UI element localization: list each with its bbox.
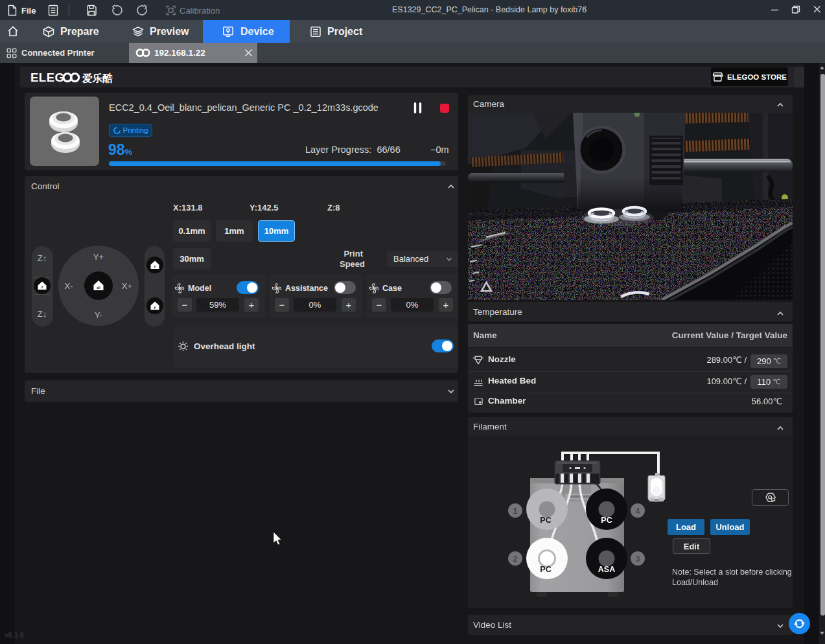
svg-text:1: 1 (513, 507, 518, 516)
svg-text:ELEG: ELEG (30, 71, 64, 84)
svg-text:ASA: ASA (598, 565, 615, 574)
svg-text:PC: PC (601, 516, 612, 525)
svg-text:PC: PC (540, 516, 551, 525)
svg-text:z: z (41, 285, 43, 289)
svg-text:2: 2 (513, 555, 518, 564)
svg-text:all: all (97, 286, 100, 290)
svg-text:File: File (21, 6, 36, 16)
svg-text:PC: PC (540, 565, 551, 574)
svg-text:3: 3 (636, 555, 640, 564)
svg-text:爱乐酷: 爱乐酷 (82, 73, 113, 84)
svg-text:Calibration: Calibration (180, 6, 220, 16)
svg-text:4: 4 (636, 507, 640, 516)
